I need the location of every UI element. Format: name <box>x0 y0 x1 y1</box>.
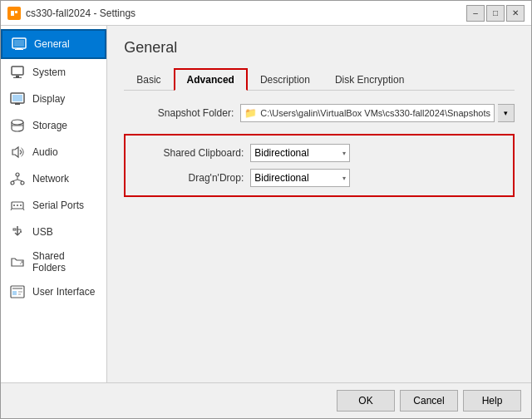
svg-rect-28 <box>13 229 16 230</box>
svg-point-31 <box>20 231 22 233</box>
svg-rect-1 <box>11 11 14 16</box>
storage-icon <box>9 117 26 134</box>
usb-icon <box>9 224 26 240</box>
shared-clipboard-label: Shared Clipboard: <box>134 147 250 159</box>
svg-marker-15 <box>12 147 18 157</box>
svg-rect-36 <box>18 291 22 293</box>
snapshot-folder-label: Snapshot Folder: <box>124 107 240 119</box>
panel-title: General <box>124 39 515 57</box>
sidebar-label-usb: USB <box>32 226 53 238</box>
snapshot-folder-row: Snapshot Folder: 📁 C:\Users\galin\Virtua… <box>124 104 515 122</box>
clipboard-dragdrop-section: Shared Clipboard: Bidirectional ▾ Drag'n… <box>124 134 515 197</box>
sidebar-label-system: System <box>32 67 66 78</box>
svg-rect-8 <box>16 76 19 77</box>
svg-line-21 <box>17 180 22 181</box>
svg-line-26 <box>11 209 12 210</box>
close-button[interactable]: ✕ <box>506 5 525 22</box>
sidebar-label-audio: Audio <box>32 146 58 158</box>
svg-rect-34 <box>12 288 22 289</box>
app-icon <box>7 7 21 20</box>
svg-rect-2 <box>15 11 17 13</box>
folder-icon: 📁 <box>244 107 257 119</box>
network-icon <box>9 170 26 187</box>
titlebar-left: cs330-fall2024 - Settings <box>7 7 135 20</box>
serial-ports-icon <box>9 197 26 214</box>
svg-rect-35 <box>12 291 17 295</box>
svg-line-27 <box>23 209 24 210</box>
window-title: cs330-fall2024 - Settings <box>26 7 135 19</box>
shared-folders-icon: ↗ <box>9 254 26 270</box>
svg-point-25 <box>20 205 22 206</box>
svg-line-20 <box>12 180 17 181</box>
tabs: Basic Advanced Description Disk Encrypti… <box>124 68 515 91</box>
snapshot-folder-dropdown[interactable]: ▾ <box>498 104 515 122</box>
sidebar-item-storage[interactable]: Storage <box>1 112 106 139</box>
svg-point-24 <box>17 205 18 206</box>
sidebar-item-display[interactable]: Display <box>1 86 106 112</box>
drag-drop-control: Bidirectional ▾ <box>250 169 505 187</box>
sidebar-label-storage: Storage <box>32 120 67 131</box>
svg-rect-6 <box>15 49 23 50</box>
tab-disk-encryption[interactable]: Disk Encryption <box>323 68 416 91</box>
sidebar-item-audio[interactable]: Audio <box>1 139 106 165</box>
display-icon <box>9 91 26 107</box>
svg-rect-11 <box>12 95 22 101</box>
ok-button[interactable]: OK <box>337 390 395 412</box>
help-button[interactable]: Help <box>463 390 521 412</box>
sidebar-item-general[interactable]: General <box>1 29 106 59</box>
system-icon <box>9 64 26 81</box>
footer: OK Cancel Help <box>1 382 531 418</box>
snapshot-path-text: C:\Users\galin\VirtualBox VMs\cs330-fall… <box>260 108 490 118</box>
sidebar: General System <box>1 26 107 382</box>
sidebar-label-serial-ports: Serial Ports <box>32 200 84 211</box>
svg-point-23 <box>13 205 15 206</box>
drag-drop-arrow: ▾ <box>342 175 346 182</box>
svg-rect-12 <box>15 103 20 105</box>
sidebar-item-user-interface[interactable]: User Interface <box>1 279 106 305</box>
svg-rect-7 <box>12 67 23 75</box>
sidebar-item-shared-folders[interactable]: ↗ Shared Folders <box>1 245 106 279</box>
shared-clipboard-arrow: ▾ <box>342 150 346 157</box>
content-area: General System <box>1 26 531 382</box>
shared-clipboard-control: Bidirectional ▾ <box>250 144 505 162</box>
audio-icon <box>9 144 26 160</box>
sidebar-item-system[interactable]: System <box>1 59 106 86</box>
sidebar-label-user-interface: User Interface <box>32 286 95 298</box>
tab-description[interactable]: Description <box>248 68 323 91</box>
sidebar-label-general: General <box>34 38 70 50</box>
maximize-button[interactable]: □ <box>486 5 505 22</box>
user-interface-icon <box>9 283 26 300</box>
sidebar-label-display: Display <box>32 93 65 105</box>
main-panel: General Basic Advanced Description Disk … <box>107 26 531 382</box>
titlebar-controls: – □ ✕ <box>466 5 525 22</box>
general-icon <box>11 36 27 52</box>
svg-point-16 <box>16 173 19 176</box>
sidebar-label-shared-folders: Shared Folders <box>32 250 98 274</box>
settings-window: cs330-fall2024 - Settings – □ ✕ General <box>0 0 532 419</box>
tab-advanced[interactable]: Advanced <box>174 68 248 91</box>
shared-clipboard-select[interactable]: Bidirectional ▾ <box>250 144 350 162</box>
svg-text:↗: ↗ <box>19 260 23 265</box>
shared-clipboard-row: Shared Clipboard: Bidirectional ▾ <box>134 144 505 162</box>
sidebar-item-network[interactable]: Network <box>1 165 106 192</box>
snapshot-folder-control: 📁 C:\Users\galin\VirtualBox VMs\cs330-fa… <box>240 104 515 122</box>
svg-point-17 <box>11 181 14 185</box>
drag-drop-label: Drag'n'Drop: <box>134 172 250 184</box>
minimize-button[interactable]: – <box>466 5 485 22</box>
sidebar-label-network: Network <box>32 173 69 185</box>
svg-point-18 <box>21 181 24 185</box>
shared-clipboard-value: Bidirectional <box>254 147 308 159</box>
sidebar-item-usb[interactable]: USB <box>1 219 106 245</box>
svg-rect-4 <box>14 40 24 47</box>
drag-drop-select[interactable]: Bidirectional ▾ <box>250 169 350 187</box>
snapshot-folder-path[interactable]: 📁 C:\Users\galin\VirtualBox VMs\cs330-fa… <box>240 104 495 122</box>
tab-basic[interactable]: Basic <box>124 68 173 91</box>
svg-point-13 <box>12 120 23 125</box>
cancel-button[interactable]: Cancel <box>400 390 458 412</box>
drag-drop-value: Bidirectional <box>254 172 308 184</box>
titlebar: cs330-fall2024 - Settings – □ ✕ <box>1 1 531 26</box>
svg-rect-37 <box>18 293 21 295</box>
svg-rect-9 <box>13 77 22 78</box>
sidebar-item-serial-ports[interactable]: Serial Ports <box>1 192 106 219</box>
drag-drop-row: Drag'n'Drop: Bidirectional ▾ <box>134 169 505 187</box>
